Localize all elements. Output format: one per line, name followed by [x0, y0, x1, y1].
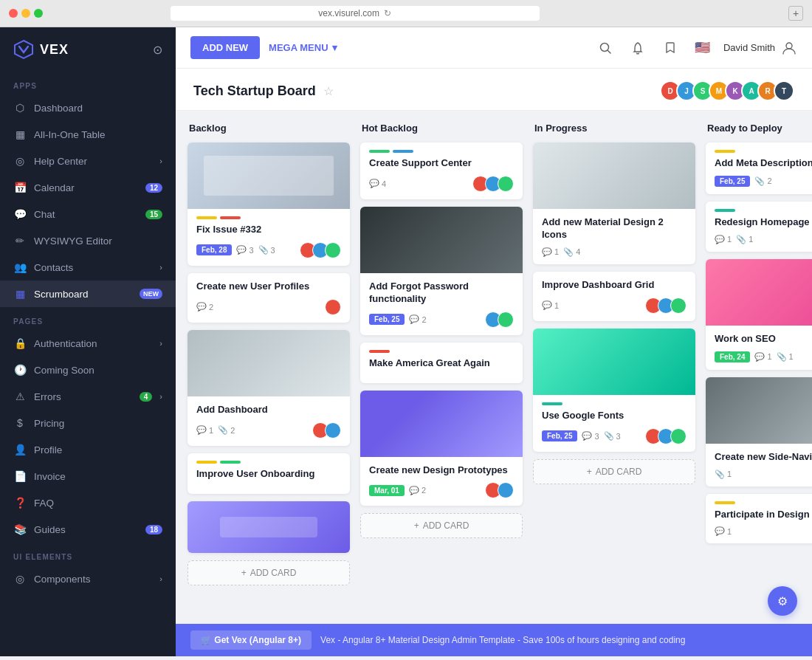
- minimize-button[interactable]: [21, 9, 30, 18]
- sidebar-item-profile[interactable]: 👤 Profile: [0, 436, 176, 463]
- add-new-button[interactable]: ADD NEW: [190, 36, 260, 59]
- mega-menu-button[interactable]: MEGA MENU ▾: [269, 42, 337, 53]
- bookmarks-button[interactable]: [658, 36, 682, 60]
- new-tab-button[interactable]: +: [788, 6, 803, 21]
- card-meta-description[interactable]: Add Meta Description Feb, 25 📎 2: [706, 142, 812, 194]
- board-title: Tech Startup Board: [193, 83, 316, 99]
- board-header: Tech Startup Board ☆ D J S M K A R T: [176, 69, 812, 111]
- sidebar-item-faq[interactable]: ❓ FAQ: [0, 489, 176, 516]
- sidebar-item-label: Scrumboard: [34, 289, 132, 300]
- calendar-icon: 📅: [13, 181, 27, 194]
- avatar: [325, 242, 341, 258]
- table-icon: ▦: [13, 128, 27, 141]
- scrumboard-badge: NEW: [140, 289, 162, 299]
- card-user-onboarding[interactable]: Improve User Onboarding: [187, 453, 350, 494]
- attachment-icon: 📎: [258, 245, 269, 255]
- card-footer: Feb, 24 💬 1 📎 1: [715, 351, 812, 362]
- card-forgot-password[interactable]: Add Forgot Password functionality Feb, 2…: [360, 207, 523, 335]
- chat-badge: 15: [145, 210, 162, 219]
- guides-icon: 📚: [13, 523, 27, 536]
- sidebar-item-coming-soon[interactable]: 🕐 Coming Soon: [0, 357, 176, 383]
- board-star-button[interactable]: ☆: [323, 84, 334, 98]
- card-support-center[interactable]: Create Support Center 💬 4: [360, 142, 523, 199]
- card-footer: Feb, 25 💬 3 📎 3: [542, 428, 687, 444]
- sidebar-item-all-in-one-table[interactable]: ▦ All-In-One Table: [0, 121, 176, 148]
- card-tags: [369, 150, 514, 153]
- card-attachments: 📎 1: [736, 235, 753, 244]
- card-tags: [542, 402, 687, 405]
- maximize-button[interactable]: [34, 9, 43, 18]
- sidebar-item-invoice[interactable]: 📄 Invoice: [0, 463, 176, 489]
- card-design-contest[interactable]: Participate in Design Conte... 💬 1: [706, 494, 812, 544]
- card-redesign-homepage[interactable]: Redesign Homepage 💬 1 📎 1: [706, 202, 812, 252]
- refresh-icon[interactable]: ↻: [384, 8, 391, 18]
- card-design-prototypes[interactable]: Create new Design Prototypes Mar, 01 💬 2: [360, 391, 523, 506]
- dashboard-icon: ⬡: [13, 101, 27, 114]
- svg-point-2: [786, 43, 792, 49]
- sidebar-item-authentication[interactable]: 🔒 Authentication ›: [0, 330, 176, 357]
- card-footer: 💬 1: [542, 298, 687, 314]
- attachment-icon: 📎: [736, 235, 746, 244]
- close-button[interactable]: [9, 9, 18, 18]
- card-make-america[interactable]: Make America Great Again: [360, 343, 523, 383]
- chevron-right-icon: ›: [159, 263, 162, 272]
- card-title: Add Dashboard: [196, 404, 341, 416]
- sidebar-item-contacts[interactable]: 👥 Contacts ›: [0, 254, 176, 281]
- card-attachments: 📎 4: [563, 247, 580, 257]
- add-card-button-hot-backlog[interactable]: + ADD CARD: [360, 513, 523, 538]
- kanban-board: Backlog Fix Issue #332 Feb, 28: [176, 111, 812, 623]
- card-date: Feb, 25: [369, 314, 405, 325]
- card-title: Participate in Design Conte...: [715, 509, 812, 521]
- card-body: Participate in Design Conte... 💬 1: [706, 494, 812, 544]
- tag: [393, 150, 413, 153]
- card-image: [360, 391, 523, 457]
- address-bar[interactable]: vex.visurel.com ↻: [171, 6, 540, 21]
- comment-icon: 💬: [715, 235, 725, 244]
- sidebar-item-pricing[interactable]: $ Pricing: [0, 410, 176, 436]
- sidebar-item-dashboard[interactable]: ⬡ Dashboard: [0, 94, 176, 121]
- sidebar-item-wysiwyg-editor[interactable]: ✏ WYSIWYG Editor: [0, 227, 176, 254]
- sidebar-item-label: Pricing: [34, 418, 162, 429]
- sidebar-item-help-center[interactable]: ◎ Help Center ›: [0, 148, 176, 174]
- card-work-on-seo[interactable]: Work on SEO Feb, 24 💬 1 📎 1: [706, 259, 812, 370]
- card-image-only-1[interactable]: [187, 501, 350, 553]
- card-fix-issue[interactable]: Fix Issue #332 Feb, 28 💬 3 📎 3: [187, 142, 350, 266]
- comment-count: 1: [767, 352, 771, 361]
- fab-settings-button[interactable]: ⚙: [768, 586, 797, 616]
- card-google-fonts[interactable]: Use Google Fonts Feb, 25 💬 3 📎 3: [533, 329, 695, 452]
- help-icon: ◎: [13, 154, 27, 168]
- sidebar-item-chat[interactable]: 💬 Chat 15: [0, 201, 176, 227]
- card-material-icons[interactable]: Add new Material Design 2 Icons 💬 1 📎 4: [533, 142, 695, 264]
- card-add-dashboard[interactable]: Add Dashboard 💬 1 📎 2: [187, 330, 350, 446]
- profile-icon: 👤: [13, 443, 27, 456]
- sidebar-item-components[interactable]: ◎ Components ›: [0, 566, 176, 592]
- lock-icon: 🔒: [13, 337, 27, 350]
- card-dashboard-grid[interactable]: Improve Dashboard Grid 💬 1: [533, 272, 695, 321]
- sidebar-settings-icon[interactable]: ⊙: [153, 43, 162, 57]
- get-vex-button[interactable]: 🛒 Get Vex (Angular 8+): [190, 630, 312, 650]
- card-tags: [715, 209, 812, 212]
- search-button[interactable]: [593, 36, 617, 60]
- column-title: Ready to Deploy: [706, 123, 812, 134]
- sidebar-item-scrumboard[interactable]: ▦ Scrumboard NEW: [0, 281, 176, 307]
- pages-section-label: PAGES: [0, 307, 176, 330]
- sidebar-item-calendar[interactable]: 📅 Calendar 12: [0, 174, 176, 201]
- card-attachments: 📎 1: [777, 352, 794, 362]
- add-card-button-in-progress[interactable]: + ADD CARD: [533, 459, 695, 484]
- comment-icon: 💬: [542, 300, 552, 310]
- card-side-navigation[interactable]: Create new Side-Navigation 📎 1: [706, 377, 812, 487]
- tag: [196, 216, 217, 219]
- sidebar-item-label: Profile: [34, 444, 162, 456]
- add-card-button-backlog[interactable]: + ADD CARD: [187, 560, 350, 585]
- sidebar-item-guides[interactable]: 📚 Guides 18: [0, 516, 176, 543]
- calendar-badge: 12: [145, 183, 162, 193]
- tag: [196, 461, 217, 464]
- card-user-profiles[interactable]: Create new User Profiles 💬 2: [187, 273, 350, 323]
- notifications-button[interactable]: [626, 36, 650, 60]
- editor-icon: ✏: [13, 234, 27, 247]
- user-info[interactable]: David Smith: [723, 40, 797, 56]
- sidebar-item-errors[interactable]: ⚠ Errors 4 ›: [0, 383, 176, 410]
- attachment-icon: 📎: [218, 425, 228, 435]
- language-flag[interactable]: 🇺🇸: [691, 36, 715, 60]
- card-footer: 💬 1: [715, 526, 812, 536]
